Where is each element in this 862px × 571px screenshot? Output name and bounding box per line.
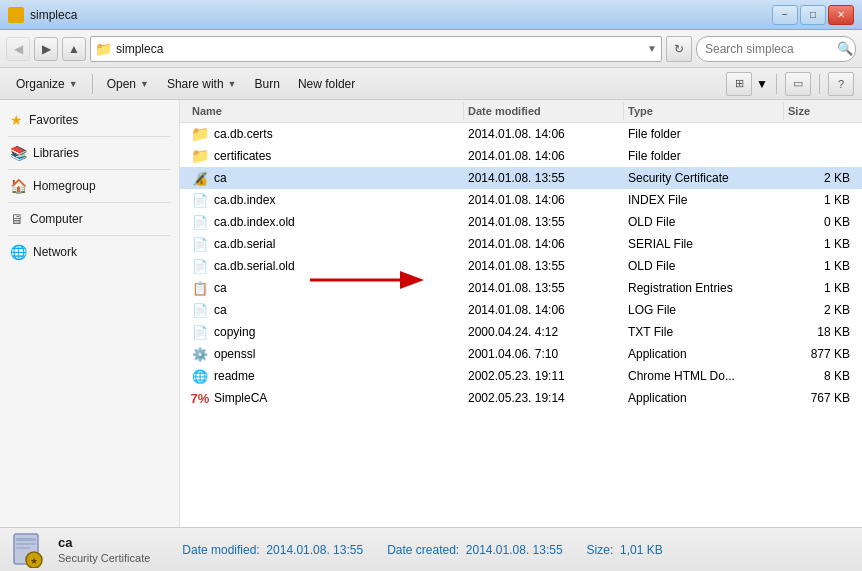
table-row[interactable]: 🔏 ca 2014.01.08. 13:55 Security Certific…	[180, 167, 862, 189]
title-bar-title: simpleca	[30, 8, 77, 22]
forward-button[interactable]: ▶	[34, 37, 58, 61]
sidebar-item-favorites[interactable]: ★ Favorites	[0, 108, 179, 132]
close-button[interactable]: ✕	[828, 5, 854, 25]
status-file-icon: ★	[10, 532, 46, 568]
sidebar-item-libraries[interactable]: 📚 Libraries	[0, 141, 179, 165]
title-bar-folder-icon	[8, 7, 24, 23]
file-icon: 📄	[192, 302, 208, 318]
sidebar-item-network[interactable]: 🌐 Network	[0, 240, 179, 264]
file-date-modified: 2001.04.06. 7:10	[464, 345, 624, 363]
sidebar-item-network-label: Network	[33, 245, 77, 259]
table-row[interactable]: 📄 ca 2014.01.08. 14:06 LOG File 2 KB	[180, 299, 862, 321]
status-size-block: Size: 1,01 KB	[587, 543, 663, 557]
file-type: Application	[624, 345, 784, 363]
action-bar-right: ⊞ ▼ ▭ ?	[726, 72, 854, 96]
open-button[interactable]: Open ▼	[99, 72, 157, 96]
organize-button[interactable]: Organize ▼	[8, 72, 86, 96]
burn-button[interactable]: Burn	[247, 72, 288, 96]
file-name: ca	[214, 171, 227, 185]
star-icon: ★	[10, 112, 23, 128]
share-with-button[interactable]: Share with ▼	[159, 72, 245, 96]
file-size: 767 KB	[784, 389, 854, 407]
file-name: ca.db.index	[214, 193, 275, 207]
refresh-button[interactable]: ↻	[666, 36, 692, 62]
preview-pane-button[interactable]: ▭	[785, 72, 811, 96]
up-button[interactable]: ▲	[62, 37, 86, 61]
share-dropdown-icon: ▼	[228, 79, 237, 89]
sidebar-item-homegroup[interactable]: 🏠 Homegroup	[0, 174, 179, 198]
header-size[interactable]: Size	[784, 102, 854, 120]
table-row[interactable]: 📋 ca 2014.01.08. 13:55 Registration Entr…	[180, 277, 862, 299]
status-date-modified-value: 2014.01.08. 13:55	[266, 543, 363, 557]
address-bar[interactable]: 📁 simpleca ▼	[90, 36, 662, 62]
toolbar: ◀ ▶ ▲ 📁 simpleca ▼ ↻ 🔍	[0, 30, 862, 68]
header-date-modified[interactable]: Date modified	[464, 102, 624, 120]
homegroup-icon: 🏠	[10, 178, 27, 194]
table-row[interactable]: 📁 ca.db.certs 2014.01.08. 14:06 File fol…	[180, 123, 862, 145]
table-row[interactable]: ⚙️ openssl 2001.04.06. 7:10 Application …	[180, 343, 862, 365]
file-size: 18 KB	[784, 323, 854, 341]
file-type: INDEX File	[624, 191, 784, 209]
file-date-modified: 2014.01.08. 14:06	[464, 301, 624, 319]
minimize-button[interactable]: −	[772, 5, 798, 25]
file-name: ca	[214, 303, 227, 317]
file-size: 1 KB	[784, 235, 854, 253]
sidebar-divider-3	[8, 202, 171, 203]
file-date-modified: 2014.01.08. 13:55	[464, 213, 624, 231]
help-button[interactable]: ?	[828, 72, 854, 96]
file-type: Registration Entries	[624, 279, 784, 297]
file-name: openssl	[214, 347, 255, 361]
file-type: File folder	[624, 147, 784, 165]
file-date-modified: 2014.01.08. 13:55	[464, 279, 624, 297]
file-size	[784, 132, 854, 136]
table-row[interactable]: 📄 copying 2000.04.24. 4:12 TXT File 18 K…	[180, 321, 862, 343]
file-type: LOG File	[624, 301, 784, 319]
status-date-modified-block: Date modified: 2014.01.08. 13:55	[182, 543, 363, 557]
status-bar: ★ ca Security Certificate Date modified:…	[0, 527, 862, 571]
file-size: 0 KB	[784, 213, 854, 231]
table-row[interactable]: 📁 certificates 2014.01.08. 14:06 File fo…	[180, 145, 862, 167]
file-size: 877 KB	[784, 345, 854, 363]
file-name: certificates	[214, 149, 271, 163]
search-icon[interactable]: 🔍	[834, 38, 856, 60]
computer-icon: 🖥	[10, 211, 24, 227]
file-size	[784, 154, 854, 158]
file-size: 1 KB	[784, 191, 854, 209]
back-button[interactable]: ◀	[6, 37, 30, 61]
view-dropdown-icon[interactable]: ▼	[756, 77, 768, 91]
address-chevron-icon[interactable]: ▼	[647, 43, 657, 54]
file-rows-container: 📁 ca.db.certs 2014.01.08. 14:06 File fol…	[180, 123, 862, 409]
title-bar: simpleca − □ ✕	[0, 0, 862, 30]
status-size-value: 1,01 KB	[620, 543, 663, 557]
new-folder-label: New folder	[298, 77, 355, 91]
file-name: ca.db.serial.old	[214, 259, 295, 273]
file-size: 1 KB	[784, 279, 854, 297]
new-folder-button[interactable]: New folder	[290, 72, 363, 96]
header-type[interactable]: Type	[624, 102, 784, 120]
file-list-header: Name Date modified Type Size	[180, 100, 862, 123]
file-icon: 📋	[192, 280, 208, 296]
sidebar-item-computer[interactable]: 🖥 Computer	[0, 207, 179, 231]
table-row[interactable]: 📄 ca.db.index 2014.01.08. 14:06 INDEX Fi…	[180, 189, 862, 211]
table-row[interactable]: 📄 ca.db.serial 2014.01.08. 14:06 SERIAL …	[180, 233, 862, 255]
open-dropdown-icon: ▼	[140, 79, 149, 89]
view-toggle-button[interactable]: ⊞	[726, 72, 752, 96]
table-row[interactable]: 📄 ca.db.index.old 2014.01.08. 13:55 OLD …	[180, 211, 862, 233]
title-bar-left: simpleca	[8, 7, 77, 23]
table-row[interactable]: 📄 ca.db.serial.old 2014.01.08. 13:55 OLD…	[180, 255, 862, 277]
search-input[interactable]	[696, 36, 856, 62]
file-type: Chrome HTML Do...	[624, 367, 784, 385]
header-name[interactable]: Name	[188, 102, 464, 120]
file-name: ca.db.certs	[214, 127, 273, 141]
file-type: OLD File	[624, 257, 784, 275]
table-row[interactable]: 🌐 readme 2002.05.23. 19:11 Chrome HTML D…	[180, 365, 862, 387]
maximize-button[interactable]: □	[800, 5, 826, 25]
status-filename: ca	[58, 535, 150, 550]
file-date-modified: 2000.04.24. 4:12	[464, 323, 624, 341]
separator-2	[776, 74, 777, 94]
table-row[interactable]: 7% SimpleCA 2002.05.23. 19:14 Applicatio…	[180, 387, 862, 409]
organize-label: Organize	[16, 77, 65, 91]
svg-text:★: ★	[30, 556, 38, 566]
file-date-modified: 2014.01.08. 14:06	[464, 125, 624, 143]
file-date-modified: 2014.01.08. 14:06	[464, 235, 624, 253]
